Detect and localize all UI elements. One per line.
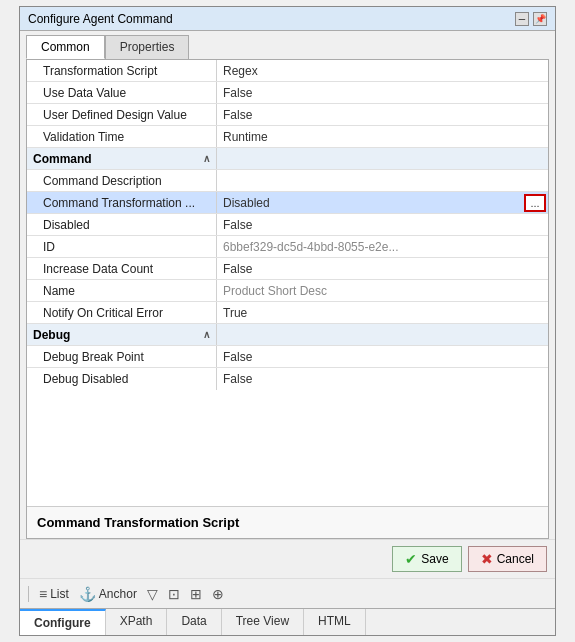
- top-tabs: Common Properties: [20, 31, 555, 59]
- prop-key-transformation: Command Transformation ...: [27, 192, 217, 213]
- prop-value-dimmed: 6bbef329-dc5d-4bbd-8055-e2e...: [217, 236, 548, 257]
- list-icon: ≡: [39, 586, 47, 602]
- tab-data[interactable]: Data: [167, 609, 221, 635]
- section-key: Command ∧: [27, 148, 217, 169]
- table-row: Transformation Script Regex: [27, 60, 548, 82]
- prop-value-dimmed: Product Short Desc: [217, 280, 548, 301]
- filter-icon: ▽: [147, 586, 158, 602]
- prop-key: Use Data Value: [27, 82, 217, 103]
- prop-value: [217, 148, 548, 169]
- prop-key: Transformation Script: [27, 60, 217, 81]
- prop-value-transformation: Disabled ...: [217, 192, 548, 213]
- section-command: Command ∧: [27, 148, 548, 170]
- filter-tool[interactable]: ▽: [147, 586, 158, 602]
- minimize-button[interactable]: ─: [515, 12, 529, 26]
- collapse-arrow[interactable]: ∧: [203, 153, 210, 164]
- prop-key: User Defined Design Value: [27, 104, 217, 125]
- grid-tool[interactable]: ⊞: [190, 586, 202, 602]
- window-controls: ─ 📌: [515, 12, 547, 26]
- tab-xpath[interactable]: XPath: [106, 609, 168, 635]
- prop-value: [217, 170, 548, 191]
- toolbar: ≡ List ⚓ Anchor ▽ ⊡ ⊞ ⊕: [20, 578, 555, 608]
- table-row: Validation Time Runtime: [27, 126, 548, 148]
- table-row: Notify On Critical Error True: [27, 302, 548, 324]
- table-row: Debug Disabled False: [27, 368, 548, 390]
- tab-treeview[interactable]: Tree View: [222, 609, 304, 635]
- anchor-tool[interactable]: ⚓ Anchor: [79, 586, 137, 602]
- prop-key: Debug Disabled: [27, 368, 217, 390]
- prop-key: Validation Time: [27, 126, 217, 147]
- prop-key: Name: [27, 280, 217, 301]
- prop-key: Command Description: [27, 170, 217, 191]
- tab-common[interactable]: Common: [26, 35, 105, 59]
- prop-value: [217, 324, 548, 345]
- prop-value: Runtime: [217, 126, 548, 147]
- ellipsis-button[interactable]: ...: [524, 194, 546, 212]
- table-row: Debug Break Point False: [27, 346, 548, 368]
- prop-value: False: [217, 346, 548, 367]
- title-bar: Configure Agent Command ─ 📌: [20, 7, 555, 31]
- tab-html[interactable]: HTML: [304, 609, 366, 635]
- prop-value: False: [217, 214, 548, 235]
- tab-configure[interactable]: Configure: [20, 609, 106, 635]
- crosshair-icon: ⊕: [212, 586, 224, 602]
- save-button[interactable]: ✔ Save: [392, 546, 461, 572]
- check-icon: ✔: [405, 551, 417, 567]
- prop-value: False: [217, 82, 548, 103]
- list-tool[interactable]: ≡ List: [39, 586, 69, 602]
- table-row: Increase Data Count False: [27, 258, 548, 280]
- table-row-selected[interactable]: Command Transformation ... Disabled ...: [27, 192, 548, 214]
- prop-key: ID: [27, 236, 217, 257]
- grid-icon: ⊞: [190, 586, 202, 602]
- table-row: User Defined Design Value False: [27, 104, 548, 126]
- prop-value: Regex: [217, 60, 548, 81]
- pin-button[interactable]: 📌: [533, 12, 547, 26]
- cancel-button[interactable]: ✖ Cancel: [468, 546, 547, 572]
- action-bar: ✔ Save ✖ Cancel: [20, 539, 555, 578]
- bottom-label: Command Transformation Script: [27, 506, 548, 538]
- crosshair-tool[interactable]: ⊕: [212, 586, 224, 602]
- prop-key: Disabled: [27, 214, 217, 235]
- bottom-tabs: Configure XPath Data Tree View HTML: [20, 608, 555, 635]
- collapse-arrow[interactable]: ∧: [203, 329, 210, 340]
- prop-key: Debug Break Point: [27, 346, 217, 367]
- prop-key: Notify On Critical Error: [27, 302, 217, 323]
- tab-properties[interactable]: Properties: [105, 35, 190, 59]
- frame-icon: ⊡: [168, 586, 180, 602]
- table-row: Disabled False: [27, 214, 548, 236]
- anchor-icon: ⚓: [79, 586, 96, 602]
- prop-key: Increase Data Count: [27, 258, 217, 279]
- properties-table: Transformation Script Regex Use Data Val…: [27, 60, 548, 506]
- table-row: Name Product Short Desc: [27, 280, 548, 302]
- frame-tool[interactable]: ⊡: [168, 586, 180, 602]
- window-title: Configure Agent Command: [28, 12, 173, 26]
- section-debug: Debug ∧: [27, 324, 548, 346]
- main-content: Transformation Script Regex Use Data Val…: [26, 59, 549, 539]
- x-icon: ✖: [481, 551, 493, 567]
- prop-value: False: [217, 258, 548, 279]
- table-row: Command Description: [27, 170, 548, 192]
- table-row: Use Data Value False: [27, 82, 548, 104]
- toolbar-divider: [28, 586, 29, 602]
- section-key: Debug ∧: [27, 324, 217, 345]
- main-window: Configure Agent Command ─ 📌 Common Prope…: [19, 6, 556, 636]
- prop-value: False: [217, 368, 548, 390]
- prop-value: True: [217, 302, 548, 323]
- table-row: ID 6bbef329-dc5d-4bbd-8055-e2e...: [27, 236, 548, 258]
- prop-value: False: [217, 104, 548, 125]
